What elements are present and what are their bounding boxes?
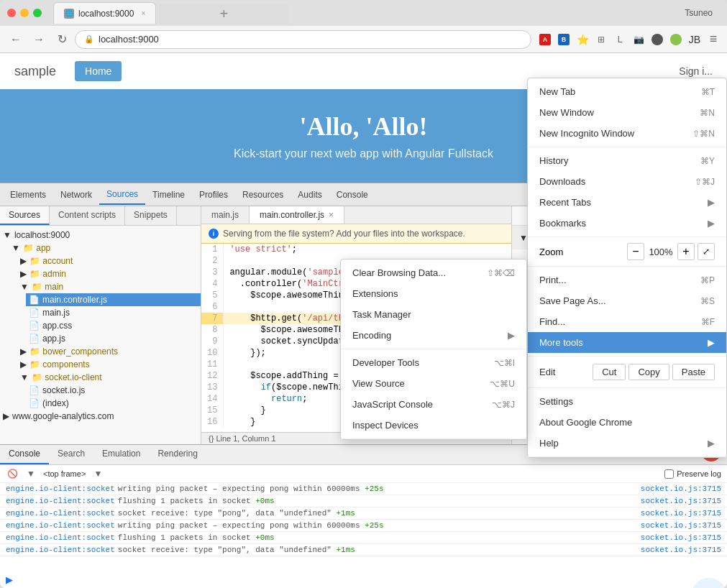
camera-icon[interactable]: 📷 bbox=[631, 32, 646, 47]
zoom-in-button[interactable]: + bbox=[677, 243, 695, 260]
zoom-out-button[interactable]: − bbox=[627, 243, 644, 260]
file-tree-item[interactable]: ▶ 📁 components bbox=[17, 358, 201, 371]
devtool-tab-timeline[interactable]: Timeline bbox=[145, 185, 192, 204]
circle-icon-2[interactable] bbox=[668, 32, 684, 47]
back-button[interactable]: ← bbox=[6, 29, 26, 50]
submenu-item-js-console[interactable]: JavaScript Console ⌥⌘J bbox=[341, 394, 526, 415]
minimize-button[interactable] bbox=[20, 9, 29, 17]
file-tree-item[interactable]: ▼ localhost:9000 bbox=[0, 229, 201, 242]
zoom-fullscreen-button[interactable]: ⤢ bbox=[698, 243, 715, 260]
extension-icon-2[interactable]: L bbox=[612, 32, 628, 47]
close-button[interactable] bbox=[7, 9, 16, 17]
devtool-tab-sources[interactable]: Sources bbox=[99, 185, 145, 205]
copy-button[interactable]: Copy bbox=[628, 364, 669, 380]
hamburger-menu-button[interactable]: ≡ bbox=[705, 32, 721, 47]
console-clear-button[interactable]: 🚫 bbox=[6, 467, 19, 480]
file-tree-item[interactable]: ▶ www.google-analytics.com bbox=[0, 410, 201, 423]
tab-close-button[interactable]: × bbox=[141, 9, 145, 17]
devtool-tab-profiles[interactable]: Profiles bbox=[192, 185, 235, 204]
file-tree-item[interactable]: ▶ 📁 account bbox=[17, 254, 201, 267]
devtool-tab-elements[interactable]: Elements bbox=[3, 185, 53, 204]
chrome-menu[interactable]: New Tab ⌘T New Window ⌘N New Incognito W… bbox=[527, 78, 727, 458]
menu-item-about[interactable]: About Google Chrome bbox=[528, 412, 726, 433]
console-frame-dropdown[interactable]: ▼ bbox=[91, 467, 104, 480]
menu-item-find[interactable]: Find... ⌘F bbox=[528, 311, 726, 332]
file-tree-item[interactable]: ▶ 📁 bower_components bbox=[17, 345, 201, 358]
file-tree-item[interactable]: 📄 app.css bbox=[26, 319, 201, 332]
extension-icon-1[interactable]: ⊞ bbox=[593, 32, 609, 47]
file-tree-item[interactable]: ▼ 📁 app bbox=[9, 242, 201, 254]
devtool-tab-resources[interactable]: Resources bbox=[235, 185, 291, 204]
console-file[interactable]: socket.io.js:3715 bbox=[641, 521, 721, 530]
more-tools-submenu[interactable]: Clear Browsing Data... ⇧⌘⌫ Extensions Ta… bbox=[340, 259, 527, 440]
submenu-item-inspect-devices[interactable]: Inspect Devices bbox=[341, 415, 526, 436]
site-nav-home[interactable]: Home bbox=[75, 61, 122, 81]
submenu-item-encoding[interactable]: Encoding ▶ bbox=[341, 325, 526, 346]
file-tree-item-selected[interactable]: 📄 main.controller.js bbox=[26, 293, 201, 306]
console-input[interactable] bbox=[16, 575, 721, 585]
menu-item-history[interactable]: History ⌘Y bbox=[528, 150, 726, 171]
code-tab-close[interactable]: × bbox=[329, 210, 334, 220]
file-tree-item[interactable]: ▼ 📁 socket.io-client bbox=[17, 371, 201, 384]
console-file[interactable]: socket.io.js:3715 bbox=[641, 484, 721, 493]
code-tab-main-js[interactable]: main.js bbox=[201, 206, 250, 224]
forward-button[interactable]: → bbox=[29, 29, 49, 50]
reload-button[interactable]: ↻ bbox=[52, 29, 72, 50]
console-filter-button[interactable]: ▼ bbox=[24, 467, 37, 480]
menu-item-new-tab[interactable]: New Tab ⌘T bbox=[528, 81, 726, 102]
file-tree-item[interactable]: ▶ 📁 admin bbox=[17, 267, 201, 280]
menu-item-new-window[interactable]: New Window ⌘N bbox=[528, 102, 726, 123]
menu-item-print[interactable]: Print... ⌘P bbox=[528, 270, 726, 290]
devtool-tab-network[interactable]: Network bbox=[53, 185, 99, 204]
file-tree-item[interactable]: 📄 main.js bbox=[26, 306, 201, 319]
fp-tab-sources[interactable]: Sources bbox=[0, 206, 50, 225]
menu-item-downloads[interactable]: Downloads ⇧⌘J bbox=[528, 171, 726, 192]
console-tab-console[interactable]: Console bbox=[0, 445, 49, 464]
console-source: engine.io-client:socket bbox=[6, 509, 115, 518]
fp-tab-snippets[interactable]: Snippets bbox=[125, 206, 177, 225]
console-file[interactable]: socket.io.js:3715 bbox=[641, 509, 721, 518]
site-signin[interactable]: Sign i... bbox=[679, 65, 713, 77]
menu-item-incognito[interactable]: New Incognito Window ⇧⌘N bbox=[528, 123, 726, 144]
angular-extension-icon[interactable]: A bbox=[537, 32, 553, 47]
code-tab-main-controller[interactable]: main.controller.js × bbox=[250, 206, 344, 224]
menu-section-settings: Settings About Google Chrome Help ▶ bbox=[528, 388, 726, 457]
browser-tab[interactable]: 🌐 localhost:9000 × bbox=[53, 2, 156, 24]
submenu-item-view-source[interactable]: View Source ⌥⌘U bbox=[341, 373, 526, 394]
file-tree-item[interactable]: 📄 socket.io.js bbox=[26, 384, 201, 397]
preserve-log-checkbox[interactable] bbox=[664, 469, 674, 479]
devtool-tab-audits[interactable]: Audits bbox=[291, 185, 329, 204]
address-bar[interactable]: 🔒 localhost:9000 bbox=[75, 30, 531, 49]
menu-item-help[interactable]: Help ▶ bbox=[528, 433, 726, 454]
circle-icon-1[interactable] bbox=[649, 32, 665, 47]
console-tab-search[interactable]: Search bbox=[49, 445, 93, 464]
submenu-item-devtools[interactable]: Developer Tools ⌥⌘I bbox=[341, 352, 526, 373]
file-tree-item[interactable]: 📄 app.js bbox=[26, 332, 201, 345]
file-tree-item[interactable]: ▼ 📁 main bbox=[17, 280, 201, 293]
devtool-tab-console[interactable]: Console bbox=[329, 185, 375, 204]
console-frame-selector[interactable]: <top frame> bbox=[43, 469, 86, 478]
console-tab-emulation[interactable]: Emulation bbox=[93, 445, 149, 464]
menu-item-more-tools[interactable]: More tools ▶ bbox=[528, 332, 726, 353]
console-file[interactable]: socket.io.js:3715 bbox=[641, 497, 721, 505]
fp-tab-content-scripts[interactable]: Content scripts bbox=[50, 206, 125, 225]
code-line: 1 'use strict'; bbox=[201, 244, 511, 255]
submenu-item-extensions[interactable]: Extensions bbox=[341, 283, 526, 304]
cut-button[interactable]: Cut bbox=[593, 364, 626, 380]
b-extension-icon[interactable]: B bbox=[556, 32, 572, 47]
submenu-item-clear-browsing[interactable]: Clear Browsing Data... ⇧⌘⌫ bbox=[341, 262, 526, 283]
extension-icon-3[interactable]: JB bbox=[687, 32, 703, 47]
bookmark-star-icon[interactable]: ⭐ bbox=[575, 32, 590, 47]
menu-item-recent-tabs[interactable]: Recent Tabs ▶ bbox=[528, 192, 726, 213]
menu-item-bookmarks[interactable]: Bookmarks ▶ bbox=[528, 213, 726, 234]
menu-item-settings[interactable]: Settings bbox=[528, 391, 726, 412]
file-tree-item[interactable]: 📄 (index) bbox=[26, 397, 201, 410]
submenu-item-task-manager[interactable]: Task Manager bbox=[341, 304, 526, 325]
console-file[interactable]: socket.io.js:3715 bbox=[641, 546, 721, 554]
menu-item-save-page[interactable]: Save Page As... ⌘S bbox=[528, 290, 726, 311]
paste-button[interactable]: Paste bbox=[672, 364, 715, 380]
console-file[interactable]: socket.io.js:3715 bbox=[641, 533, 721, 542]
maximize-button[interactable] bbox=[33, 9, 42, 17]
console-tab-rendering[interactable]: Rendering bbox=[149, 445, 206, 464]
menu-shortcut: ⌘N bbox=[700, 108, 715, 118]
